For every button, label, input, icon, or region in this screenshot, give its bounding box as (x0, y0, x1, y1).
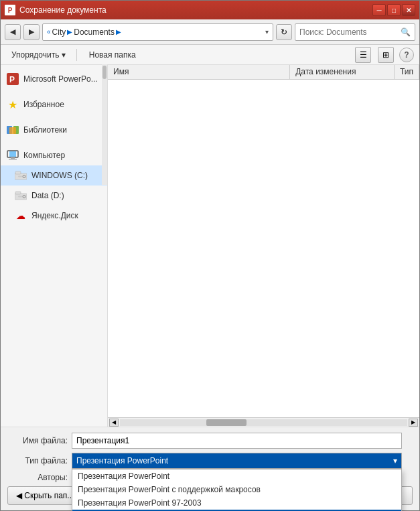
filename-input[interactable] (72, 433, 402, 449)
filename-label: Имя файла: (7, 436, 68, 445)
scroll-thumb[interactable] (206, 419, 247, 426)
title-bar-left: P Сохранение документа (5, 5, 107, 15)
yandex-disk-icon: ☁ (14, 209, 27, 222)
dropdown-option-ppt97[interactable]: Презентация PowerPoint 97-2003 (72, 496, 401, 510)
favorites-icon: ★ (6, 98, 19, 111)
filetype-dropdown-wrapper: Презентация PowerPoint ▾ Презентация Pow… (72, 453, 402, 469)
file-list-header: Имя Дата изменения Тип (108, 65, 419, 80)
address-dropdown-icon[interactable]: ▾ (265, 28, 269, 35)
svg-rect-10 (15, 171, 21, 174)
svg-rect-6 (9, 151, 16, 157)
help-button[interactable]: ? (399, 48, 414, 62)
sidebar-item-favorites[interactable]: ★ Избранное (1, 94, 107, 115)
powerpoint-icon: P (6, 72, 19, 86)
search-icon[interactable]: 🔍 (401, 27, 411, 37)
svg-rect-14 (15, 192, 21, 194)
address-toolbar: ◀ ▶ « City ▶ Documents ▶ ▾ ↻ 🔍 (1, 19, 419, 45)
libraries-icon (6, 123, 19, 137)
filetype-row: Тип файла: Презентация PowerPoint ▾ През… (7, 453, 413, 469)
search-input[interactable] (299, 27, 398, 37)
svg-rect-8 (9, 159, 17, 160)
drive-d-icon (14, 189, 27, 202)
sidebar: P Microsoft PowerPo... ★ Избранное (1, 65, 108, 427)
organize-button[interactable]: Упорядочить ▾ (6, 47, 71, 63)
close-button[interactable]: ✕ (402, 4, 415, 16)
horizontal-scrollbar[interactable]: ◀ ▶ (108, 417, 419, 427)
sidebar-item-libraries[interactable]: Библиотеки (1, 120, 107, 140)
filetype-dropdown-list: Презентация PowerPoint Презентация Power… (72, 469, 402, 511)
new-folder-label: Новая папка (89, 50, 136, 60)
file-list: Имя Дата изменения Тип (108, 65, 419, 417)
sidebar-label-yandex-disk: Яндекс.Диск (31, 211, 78, 220)
sidebar-label-computer: Компьютер (23, 151, 65, 160)
computer-icon (6, 149, 19, 162)
sidebar-label-powerpoint: Microsoft PowerPo... (23, 74, 98, 84)
hide-panel-label: ◀ Скрыть пап... (16, 491, 74, 500)
svg-rect-16 (18, 196, 22, 198)
col-header-type[interactable]: Тип (395, 65, 419, 79)
filetype-label: Тип файла: (7, 456, 68, 465)
file-list-container: Имя Дата изменения Тип ◀ ▶ (108, 65, 419, 427)
svg-text:P: P (9, 75, 15, 84)
col-header-name[interactable]: Имя (108, 65, 290, 79)
address-sep1: ▶ (67, 28, 72, 35)
sidebar-item-computer[interactable]: Компьютер (1, 145, 107, 165)
svg-rect-4 (9, 127, 16, 134)
back-button[interactable]: ◀ (5, 24, 21, 40)
sidebar-label-libraries: Библиотеки (23, 125, 67, 135)
refresh-button[interactable]: ↻ (276, 24, 292, 40)
address-sep2: ▶ (116, 28, 121, 35)
scroll-right-button[interactable]: ▶ (409, 419, 418, 427)
secondary-toolbar: Упорядочить ▾ Новая папка ☰ ⊞ ? (1, 45, 419, 65)
scroll-track[interactable] (120, 419, 407, 426)
address-city: City (52, 27, 66, 37)
sidebar-item-powerpoint[interactable]: P Microsoft PowerPo... (1, 69, 107, 89)
col-header-date[interactable]: Дата изменения (290, 65, 395, 79)
sidebar-item-data-d[interactable]: Data (D:) (1, 186, 107, 206)
save-dialog-window: P Сохранение документа ─ □ ✕ ◀ ▶ « City … (0, 0, 420, 511)
svg-rect-12 (18, 176, 22, 177)
file-list-content (108, 80, 419, 85)
address-path: « City ▶ Documents ▶ (47, 27, 263, 37)
sidebar-item-windows-c[interactable]: WINDOWS (C:) (1, 165, 107, 186)
view-details-button[interactable]: ⊞ (378, 47, 394, 63)
scroll-left-button[interactable]: ◀ (109, 419, 119, 427)
filename-row: Имя файла: (7, 433, 413, 449)
sidebar-label-favorites: Избранное (23, 100, 64, 109)
filetype-current-value: Презентация PowerPoint (76, 456, 168, 465)
drive-c-icon (14, 169, 27, 182)
minimize-button[interactable]: ─ (372, 4, 386, 16)
search-box[interactable]: 🔍 (295, 23, 415, 41)
address-documents: Documents (74, 27, 115, 37)
view-toggle-button[interactable]: ☰ (355, 47, 371, 63)
address-arrow-icon: « (47, 28, 51, 35)
title-bar: P Сохранение документа ─ □ ✕ (1, 1, 419, 19)
window-title: Сохранение документа (19, 5, 107, 15)
filetype-dropdown-arrow: ▾ (393, 456, 397, 465)
app-icon: P (5, 5, 15, 15)
address-bar[interactable]: « City ▶ Documents ▶ ▾ (42, 23, 273, 41)
author-label: Авторы: (7, 473, 68, 482)
dropdown-option-pptx[interactable]: Презентация PowerPoint (72, 469, 401, 483)
content-area: P Microsoft PowerPo... ★ Избранное (1, 65, 419, 427)
maximize-button[interactable]: □ (387, 4, 401, 16)
sidebar-label-data-d: Data (D:) (31, 191, 64, 200)
filetype-select[interactable]: Презентация PowerPoint ▾ (72, 453, 402, 469)
window-controls: ─ □ ✕ (372, 4, 415, 16)
new-folder-button[interactable]: Новая папка (82, 47, 143, 63)
sidebar-label-windows-c: WINDOWS (C:) (31, 171, 88, 180)
toolbar-separator (76, 49, 77, 61)
sidebar-item-yandex-disk[interactable]: ☁ Яндекс.Диск (1, 206, 107, 226)
svg-rect-7 (11, 157, 15, 159)
forward-button[interactable]: ▶ (23, 24, 40, 40)
bottom-panel: Имя файла: Тип файла: Презентация PowerP… (1, 427, 419, 510)
organize-label: Упорядочить ▾ (11, 50, 66, 60)
dropdown-option-pptx-macro[interactable]: Презентация PowerPoint с поддержкой макр… (72, 483, 401, 496)
